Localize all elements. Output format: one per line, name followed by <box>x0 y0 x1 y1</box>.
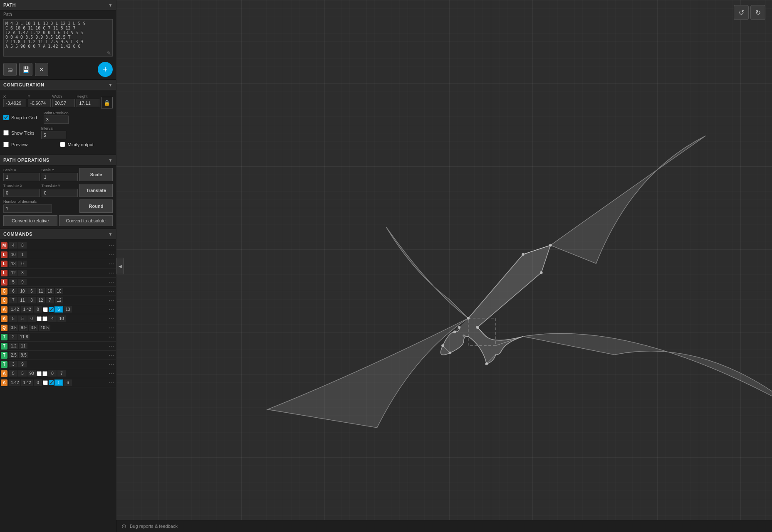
convert-absolute-button[interactable]: Convert to absolute <box>59 215 113 226</box>
command-value[interactable]: 3 <box>18 270 27 276</box>
height-input[interactable] <box>77 99 99 107</box>
command-value[interactable]: 90 <box>27 370 36 377</box>
translate-x-input[interactable] <box>3 189 40 197</box>
command-menu-button[interactable]: ⋯ <box>109 297 114 304</box>
command-value[interactable]: 9 <box>18 361 27 367</box>
command-value[interactable]: 5 <box>18 370 27 377</box>
command-menu-button[interactable]: ⋯ <box>109 361 114 368</box>
command-value[interactable]: 10 <box>46 288 54 294</box>
path-textarea[interactable] <box>3 19 113 57</box>
command-value[interactable]: 0 <box>34 306 42 313</box>
command-value[interactable]: 8 <box>27 297 36 303</box>
command-value[interactable]: 6 <box>27 288 36 294</box>
x-input[interactable] <box>3 99 26 107</box>
command-value[interactable]: 6 <box>54 306 63 313</box>
snap-to-grid-label[interactable]: Snap to Grid <box>11 115 37 120</box>
command-value[interactable]: 1 <box>54 379 63 386</box>
add-button[interactable]: + <box>98 62 113 77</box>
command-value[interactable]: 11 <box>19 343 27 349</box>
command-checkbox-1[interactable] <box>43 307 48 312</box>
command-value[interactable]: 3.5 <box>29 325 38 331</box>
command-menu-button[interactable]: ⋯ <box>109 306 114 313</box>
commands-chevron[interactable]: ▼ <box>109 232 113 236</box>
collapse-panel-button[interactable]: ◀ <box>116 258 124 274</box>
command-value[interactable]: 5 <box>9 279 17 285</box>
command-value[interactable]: 13 <box>9 261 17 267</box>
y-input[interactable] <box>28 99 51 107</box>
command-menu-button[interactable]: ⋯ <box>109 370 114 377</box>
command-menu-button[interactable]: ⋯ <box>109 279 114 286</box>
command-value[interactable]: 12 <box>55 297 63 303</box>
command-value[interactable]: 0 <box>48 370 57 377</box>
command-value[interactable]: 12 <box>9 270 17 276</box>
decimals-input[interactable] <box>3 204 52 213</box>
path-operations-chevron[interactable]: ▼ <box>109 158 113 163</box>
command-value[interactable]: 1.42 <box>21 306 32 313</box>
command-menu-button[interactable]: ⋯ <box>109 261 114 267</box>
command-value[interactable]: 0 <box>34 379 42 386</box>
command-value[interactable]: 1.42 <box>9 379 20 386</box>
command-menu-button[interactable]: ⋯ <box>109 325 114 331</box>
command-value[interactable]: 10 <box>55 288 63 294</box>
command-value[interactable]: 4 <box>9 242 17 249</box>
command-value[interactable]: 5 <box>9 315 17 322</box>
scale-y-input[interactable] <box>42 173 78 181</box>
command-value[interactable]: 11 <box>37 288 45 294</box>
command-value[interactable]: 1.42 <box>21 379 32 386</box>
show-ticks-checkbox[interactable] <box>3 130 9 135</box>
command-value[interactable]: 10 <box>18 288 27 294</box>
scale-x-input[interactable] <box>3 173 40 181</box>
command-checkbox-2[interactable] <box>42 371 47 376</box>
command-value[interactable]: 10.5 <box>39 325 50 331</box>
command-value[interactable]: 13 <box>64 306 72 313</box>
lock-button[interactable]: 🔒 <box>101 97 113 108</box>
path-chevron[interactable]: ▼ <box>109 3 113 7</box>
command-value[interactable]: 6 <box>64 379 72 386</box>
command-menu-button[interactable]: ⋯ <box>109 352 114 359</box>
preview-label[interactable]: Preview <box>11 142 27 147</box>
interval-input[interactable] <box>41 131 66 139</box>
command-value[interactable]: 2 <box>9 334 17 340</box>
translate-y-input[interactable] <box>42 189 78 197</box>
command-value[interactable]: 7 <box>9 297 17 303</box>
command-value[interactable]: 10 <box>57 315 66 322</box>
command-menu-button[interactable]: ⋯ <box>109 251 114 258</box>
command-checkbox-2[interactable] <box>42 316 47 321</box>
command-value[interactable]: 4 <box>48 315 57 322</box>
command-value[interactable]: 9 <box>18 279 27 285</box>
command-menu-button[interactable]: ⋯ <box>109 334 114 340</box>
width-input[interactable] <box>52 99 75 107</box>
command-value[interactable]: 7 <box>46 297 54 303</box>
save-button[interactable]: 💾 <box>19 63 32 76</box>
command-value[interactable]: 12 <box>37 297 45 303</box>
command-menu-button[interactable]: ⋯ <box>109 379 114 386</box>
command-value[interactable]: 8 <box>18 242 27 249</box>
command-value[interactable]: 0 <box>18 261 27 267</box>
command-value[interactable]: 1 <box>18 251 27 258</box>
command-menu-button[interactable]: ⋯ <box>109 288 114 295</box>
command-menu-button[interactable]: ⋯ <box>109 343 114 350</box>
command-menu-button[interactable]: ⋯ <box>109 270 114 276</box>
convert-relative-button[interactable]: Convert to relative <box>3 215 57 226</box>
command-value[interactable]: 5 <box>9 370 17 377</box>
command-value[interactable]: 9.5 <box>19 352 28 358</box>
command-value[interactable]: 1.42 <box>9 306 20 313</box>
close-button[interactable]: ✕ <box>35 63 48 76</box>
minify-label[interactable]: Minify output <box>68 142 94 147</box>
configuration-chevron[interactable]: ▼ <box>109 83 113 87</box>
command-checkbox-2[interactable] <box>49 307 54 312</box>
command-checkbox-1[interactable] <box>43 380 48 385</box>
command-menu-button[interactable]: ⋯ <box>109 242 114 249</box>
feedback-text[interactable]: Bug reports & feedback <box>130 524 178 529</box>
command-checkbox-2[interactable] <box>49 380 54 385</box>
command-value[interactable]: 0 <box>27 315 36 322</box>
command-checkbox-1[interactable] <box>37 371 42 376</box>
command-value[interactable]: 9.9 <box>19 325 28 331</box>
command-value[interactable]: 3 <box>9 361 17 367</box>
command-menu-button[interactable]: ⋯ <box>109 315 114 322</box>
command-value[interactable]: 11 <box>18 297 27 303</box>
command-value[interactable]: 1.2 <box>9 343 18 349</box>
show-ticks-label[interactable]: Show Ticks <box>11 131 35 135</box>
round-button[interactable]: Round <box>79 200 113 213</box>
command-value[interactable]: 7 <box>57 370 66 377</box>
